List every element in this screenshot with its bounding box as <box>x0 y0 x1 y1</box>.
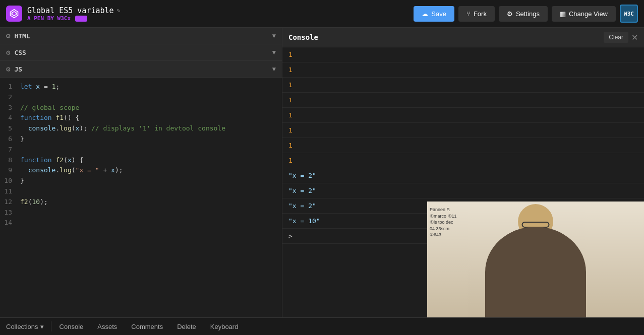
header-title-block: Global ES5 variable ✎ A PEN BY W3Cx PRO <box>27 6 414 22</box>
save-label: Save <box>431 10 446 18</box>
delete-tab[interactable]: Delete <box>170 318 203 335</box>
settings-label: Settings <box>516 10 540 18</box>
console-line: "x = 2" <box>282 183 644 198</box>
console-line: 1 <box>282 62 644 78</box>
edit-icon[interactable]: ✎ <box>117 7 121 14</box>
fork-label: Fork <box>474 10 487 18</box>
console-tab-label: Console <box>60 323 84 330</box>
person-body <box>485 227 586 317</box>
delete-tab-label: Delete <box>177 323 196 330</box>
html-header[interactable]: ⚙ HTML ▼ <box>0 28 282 44</box>
css-section: ⚙ CSS ▼ <box>0 44 282 61</box>
js-label: JS <box>14 65 268 73</box>
css-label: CSS <box>14 49 268 56</box>
console-line: 1 <box>282 78 644 93</box>
assets-tab[interactable]: Assets <box>90 318 124 335</box>
settings-icon: ⚙ <box>507 10 513 18</box>
change-view-button[interactable]: ▦ Change View <box>552 6 616 22</box>
css-gear-icon: ⚙ <box>6 48 10 56</box>
line-numbers: 12345 678910 11121314 <box>0 78 16 317</box>
console-line: "x = 2" <box>282 168 644 183</box>
video-feed: Pannen P. ①marco ①11 ①is too dec 04 33sc… <box>427 202 644 317</box>
html-collapse-icon: ▼ <box>272 32 276 39</box>
console-line: 1 <box>282 123 644 138</box>
collections-dropdown-icon: ▾ <box>40 323 44 330</box>
html-section: ⚙ HTML ▼ <box>0 28 282 44</box>
header: Global ES5 variable ✎ A PEN BY W3Cx PRO … <box>0 0 644 28</box>
keyboard-tab-label: Keyboard <box>210 323 239 330</box>
css-header[interactable]: ⚙ CSS ▼ <box>0 44 282 61</box>
console-title: Console <box>288 33 604 41</box>
js-collapse-icon: ▼ <box>272 65 276 73</box>
whiteboard-text: Pannen P. ①marco ①11 ①is too dec 04 33sc… <box>430 207 457 238</box>
clear-button[interactable]: Clear <box>604 32 628 43</box>
author-name: W3Cx <box>57 15 71 22</box>
video-overlay: Pannen P. ①marco ①11 ①is too dec 04 33sc… <box>427 202 644 317</box>
settings-button[interactable]: ⚙ Settings <box>499 6 548 22</box>
js-section: ⚙ JS ▼ 12345 678910 11121314 let x = 1; … <box>0 61 282 317</box>
fork-button[interactable]: ⑂ Fork <box>458 6 495 22</box>
w3c-badge: W3C <box>620 5 638 23</box>
console-line: 1 <box>282 138 644 153</box>
title-text: Global ES5 variable <box>27 6 114 15</box>
codepen-logo <box>6 6 22 22</box>
console-tab[interactable]: Console <box>52 318 91 335</box>
main-content: ⚙ HTML ▼ ⚙ CSS ▼ ⚙ JS ▼ 12345 678 <box>0 28 644 317</box>
console-line: 1 <box>282 93 644 108</box>
comments-tab-label: Comments <box>131 323 163 330</box>
js-gear-icon: ⚙ <box>6 65 10 73</box>
change-view-label: Change View <box>569 10 608 18</box>
save-icon: ☁ <box>422 10 428 18</box>
change-view-icon: ▦ <box>560 10 566 18</box>
close-console-button[interactable]: ✕ <box>631 33 638 42</box>
header-title: Global ES5 variable ✎ <box>27 6 414 15</box>
collections-label: Collections <box>6 323 38 330</box>
editor-panel: ⚙ HTML ▼ ⚙ CSS ▼ ⚙ JS ▼ 12345 678 <box>0 28 282 317</box>
pro-badge: PRO <box>75 16 87 22</box>
assets-tab-label: Assets <box>97 323 117 330</box>
js-code[interactable]: let x = 1; // global scope function f1()… <box>16 78 282 317</box>
js-header[interactable]: ⚙ JS ▼ <box>0 61 282 78</box>
keyboard-tab[interactable]: Keyboard <box>203 318 246 335</box>
console-line: 1 <box>282 108 644 123</box>
header-subtitle: A PEN BY W3Cx PRO <box>27 15 414 22</box>
comments-tab[interactable]: Comments <box>124 318 170 335</box>
bottom-bar: Collections ▾ Console Assets Comments De… <box>0 317 644 335</box>
html-label: HTML <box>14 32 268 40</box>
header-buttons: ☁ Save ⑂ Fork ⚙ Settings ▦ Change View W… <box>414 5 638 23</box>
console-header: Console Clear ✕ <box>282 28 644 47</box>
console-body: 11111111"x = 2""x = 2""x = 2""x = 10"> P… <box>282 47 644 317</box>
subtitle-prefix: A PEN BY <box>27 15 54 22</box>
console-line: 1 <box>282 153 644 168</box>
html-gear-icon: ⚙ <box>6 32 10 40</box>
fork-icon: ⑂ <box>466 10 471 18</box>
collections-button[interactable]: Collections ▾ <box>0 318 50 335</box>
bottom-divider-1 <box>51 321 51 331</box>
console-line: 1 <box>282 47 644 62</box>
console-panel: Console Clear ✕ 11111111"x = 2""x = 2""x… <box>282 28 644 317</box>
save-button[interactable]: ☁ Save <box>414 6 454 22</box>
css-collapse-icon: ▼ <box>272 49 276 56</box>
js-code-area[interactable]: 12345 678910 11121314 let x = 1; // glob… <box>0 78 282 317</box>
